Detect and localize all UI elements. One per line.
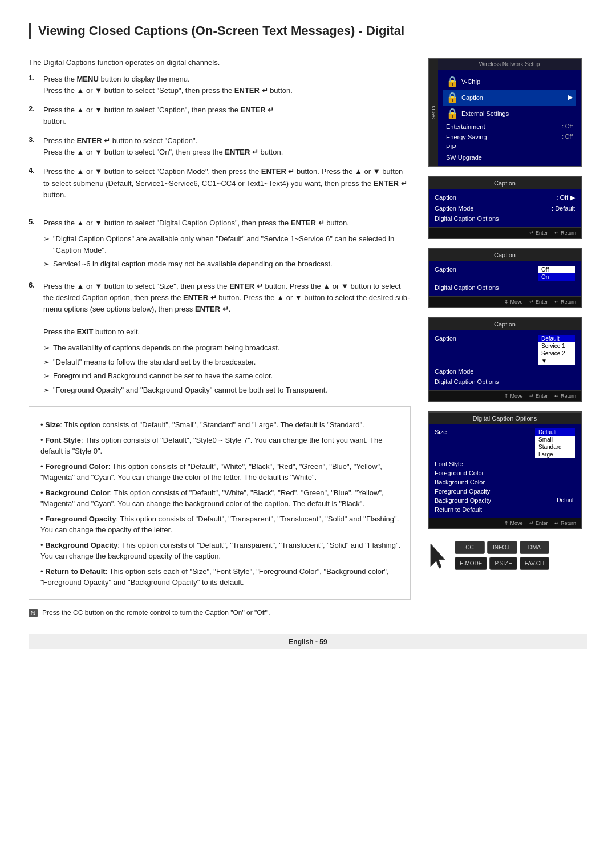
dco-returndefault-label: Return to Default — [435, 506, 482, 513]
menu-external: 🔒 External Settings — [443, 106, 576, 122]
dco-bgopacity-value: Default — [557, 497, 575, 504]
emode-button[interactable]: E.MODE — [455, 557, 487, 570]
step-1-content: Press the MENU button to display the men… — [43, 74, 411, 96]
screen-dco: Digital Caption Options Size Default Sma… — [428, 411, 582, 529]
caption-s3-row1: Caption Off On — [435, 264, 575, 282]
remote-buttons: CC INFO.L DMA E.MODE P.SIZE FAV.CH — [455, 541, 549, 573]
caption-screen2-body: Caption : Off ▶ Caption Mode : Default D… — [429, 189, 581, 227]
dco-fontstyle-label: Font Style — [435, 460, 463, 467]
dco-title: Digital Caption Options — [429, 413, 581, 424]
entertainment-value: : Off — [562, 123, 573, 130]
step-5: 5. Press the ▲ or ▼ button to select "Di… — [29, 217, 411, 273]
external-label: External Settings — [461, 110, 573, 117]
dco-size-label: Size — [435, 428, 447, 458]
caption-row-mode: Caption Mode : Default — [435, 203, 575, 213]
dco-fgcolor-label: Foreground Color — [435, 470, 484, 476]
step-2: 2. Press the ▲ or ▼ button to select "Ca… — [29, 104, 411, 127]
bullet-bg-color: Background Color: This option consists o… — [40, 487, 401, 510]
remote-row-2: E.MODE P.SIZE FAV.CH — [455, 557, 549, 570]
size-default: Default — [535, 428, 575, 436]
screen5-footer: ⇕ Move ↵ Enter ↩ Return — [429, 518, 581, 528]
bullet-size: Size: This option consists of "Default",… — [40, 419, 401, 431]
svg-marker-0 — [431, 544, 445, 568]
setup-menu: Wireless Network Setup 🔒 V-Chip 🔒 Captio… — [438, 59, 581, 166]
caption-screen3-title: Caption — [429, 249, 581, 261]
energy-value: : Off — [562, 134, 573, 140]
bullet-fg-opacity: Foreground Opacity: This option consists… — [40, 514, 401, 536]
step-3-content: Press the ENTER ↵ button to select "Capt… — [43, 135, 411, 158]
setup-menu-title: Wireless Network Setup — [438, 59, 581, 69]
screen3-return: ↩ Return — [554, 299, 576, 305]
remote-section: CC INFO.L DMA E.MODE P.SIZE FAV.CH — [428, 541, 587, 573]
entertainment-label: Entertainment — [446, 123, 562, 130]
menu-entertainment: Entertainment : Off — [443, 122, 576, 132]
screen4-footer: ⇕ Move ↵ Enter ↩ Return — [429, 390, 581, 401]
caption-row-mode-value: : Default — [552, 205, 575, 212]
bullet-bg-opacity: Background Opacity: This option consists… — [40, 540, 401, 562]
step-3: 3. Press the ENTER ↵ button to select "C… — [29, 135, 411, 158]
screen-caption-mode: Caption Caption Default Service 1 Servic… — [428, 317, 582, 402]
dco-bgcolor-label: Background Color — [435, 479, 485, 486]
dco-bgopacity-row: Background Opacity Default — [435, 496, 575, 505]
step-4-number: 4. — [29, 166, 41, 175]
screen2-footer: ↵ Enter ↩ Return — [429, 227, 581, 238]
menu-energy: Energy Saving : Off — [443, 132, 576, 142]
caption-s4-row1-label: Caption — [435, 335, 456, 365]
size-small: Small — [535, 436, 575, 443]
bottom-note-text: Press the CC button on the remote contro… — [42, 609, 270, 617]
dco-returndefault-row: Return to Default — [435, 505, 575, 514]
screen-caption-on: Caption Caption Off On Digital Caption O… — [428, 248, 582, 308]
remote-cursor-icon — [428, 541, 448, 569]
more-arrow: ▼ — [538, 357, 575, 365]
step-6-note-2: "Default" means to follow the standard s… — [43, 357, 411, 368]
dco-size-row: Size Default Small Standard Large — [435, 427, 575, 459]
menu-vchip: 🔒 V-Chip — [443, 74, 576, 90]
step-6: 6. Press the ▲ or ▼ button to select "Si… — [29, 281, 411, 399]
step-5-note-2: Service1~6 in digital caption mode may n… — [43, 258, 411, 270]
psize-button[interactable]: P.SIZE — [489, 557, 517, 570]
dco-fgopacity-row: Foreground Opacity — [435, 487, 575, 496]
menu-pip: PIP — [443, 142, 576, 152]
step-5-notes: "Digital Caption Options" are available … — [43, 233, 411, 270]
caption-row-caption-arrow: ▶ — [570, 194, 575, 201]
page-number: English - 59 — [29, 634, 587, 649]
off-option: Off — [538, 266, 575, 273]
menu-caption: 🔒 Caption ▶ — [443, 90, 576, 106]
infol-button[interactable]: INFO.L — [487, 541, 517, 554]
caption-s4-row3-label: Digital Caption Options — [435, 378, 499, 385]
caption-s4-row3: Digital Caption Options — [435, 377, 575, 387]
on-option: On — [538, 273, 575, 281]
step-6-note-3: Foreground and Background cannot be set … — [43, 370, 411, 382]
screen3-footer: ⇕ Move ↵ Enter ↩ Return — [429, 296, 581, 307]
size-large: Large — [535, 451, 575, 458]
service1-option: Service 1 — [538, 342, 575, 350]
remote-row-1: CC INFO.L DMA — [455, 541, 549, 554]
bullet-list: Size: This option consists of "Default",… — [40, 419, 401, 588]
dco-body: Size Default Small Standard Large Font S… — [429, 424, 581, 518]
cc-button[interactable]: CC — [455, 541, 485, 554]
screen4-return: ↩ Return — [554, 393, 576, 399]
page-title: Viewing Closed Captions (On-Screen Text … — [29, 23, 587, 39]
caption-screen4-body: Caption Default Service 1 Service 2 ▼ Ca… — [429, 330, 581, 390]
caption-screen3-body: Caption Off On Digital Caption Options — [429, 261, 581, 296]
step-6-content: Press the ▲ or ▼ button to select "Size"… — [43, 281, 411, 399]
step-6-number: 6. — [29, 281, 41, 289]
bullet-fontstyle: Font Style: This option consists of "Def… — [40, 435, 401, 457]
screen-caption-off: Caption Caption : Off ▶ Caption Mode : D… — [428, 176, 582, 239]
caption-label: Caption — [461, 94, 566, 101]
caption-mode-list: Default Service 1 Service 2 ▼ — [538, 335, 575, 365]
step-5-number: 5. — [29, 217, 41, 226]
screen-setup: Setup Wireless Network Setup 🔒 V-Chip 🔒 … — [428, 58, 582, 167]
favch-button[interactable]: FAV.CH — [520, 557, 549, 570]
dma-button[interactable]: DMA — [520, 541, 550, 554]
step-4: 4. Press the ▲ or ▼ button to select "Ca… — [29, 166, 411, 200]
step-5-content: Press the ▲ or ▼ button to select "Digit… — [43, 217, 411, 273]
caption-s4-row1: Caption Default Service 1 Service 2 ▼ — [435, 333, 575, 366]
right-content: Setup Wireless Network Setup 🔒 V-Chip 🔒 … — [428, 58, 587, 617]
step-4-content: Press the ▲ or ▼ button to select "Capti… — [43, 166, 411, 200]
caption-row-dco-label: Digital Caption Options — [435, 215, 499, 222]
caption-screen2-title: Caption — [429, 177, 581, 189]
note-icon: ℕ — [29, 609, 38, 617]
caption-row-caption: Caption : Off ▶ — [435, 192, 575, 203]
caption-s4-row2: Caption Mode — [435, 366, 575, 377]
